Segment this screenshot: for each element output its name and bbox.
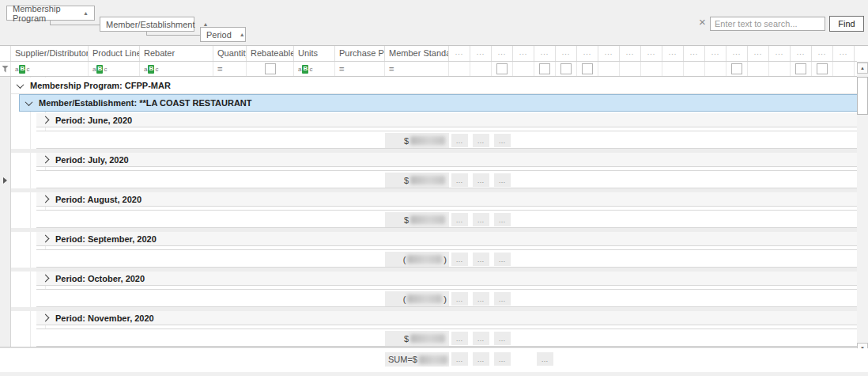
- column-header-narrow-6[interactable]: ...: [577, 46, 598, 61]
- column-header-narrow-11[interactable]: ...: [684, 46, 705, 61]
- filter-cell-narrow-13[interactable]: [726, 62, 748, 76]
- footer-mini-cell: …: [537, 352, 553, 366]
- group-button-member-establishment[interactable]: Member/Establishment ▲: [100, 17, 194, 32]
- filter-cell-narrow-1[interactable]: [470, 62, 492, 76]
- sum-suffix: ): [443, 294, 447, 304]
- sum-prefix: (: [403, 294, 406, 304]
- text-filter-icon: aBc: [15, 65, 29, 74]
- grid-bottom-border: [0, 347, 857, 348]
- filter-cell-narrow-8[interactable]: [620, 62, 641, 76]
- group-row-membership-program[interactable]: Membership Program: CFPP-MAR: [11, 78, 857, 94]
- filter-cell-5[interactable]: aBc: [294, 62, 335, 76]
- filter-cell-narrow-17[interactable]: [812, 62, 833, 76]
- filter-cell-narrow-5[interactable]: [556, 62, 577, 76]
- filter-cell-narrow-3[interactable]: [513, 62, 534, 76]
- column-header-5[interactable]: Units: [294, 46, 335, 61]
- search-input[interactable]: [710, 17, 825, 31]
- chevron-right-icon[interactable]: [42, 314, 50, 322]
- column-header-narrow-5[interactable]: ...: [556, 46, 577, 61]
- filter-cell-4[interactable]: [247, 62, 294, 76]
- column-header-narrow-7[interactable]: ...: [598, 46, 620, 61]
- summary-sum-cell: $: [385, 173, 449, 188]
- summary-mini-cell: …: [451, 292, 468, 306]
- column-header-3[interactable]: Quantity: [213, 46, 247, 61]
- chevron-right-icon[interactable]: [42, 275, 50, 283]
- scroll-up-button[interactable]: ▲: [857, 63, 868, 74]
- summary-mini-cell: …: [494, 173, 511, 187]
- sort-asc-icon: ▲: [203, 21, 209, 27]
- filter-cell-3[interactable]: =: [213, 62, 247, 76]
- sum-prefix: $: [404, 215, 409, 225]
- filter-cell-1[interactable]: aBc: [89, 62, 140, 76]
- filter-cell-narrow-11[interactable]: [684, 62, 705, 76]
- group-button-period[interactable]: Period ▲: [200, 27, 246, 42]
- filter-cell-narrow-15[interactable]: [769, 62, 791, 76]
- vertical-scrollbar[interactable]: ▲ ▼: [857, 63, 868, 354]
- filter-cell-narrow-12[interactable]: [705, 62, 726, 76]
- column-header-1[interactable]: Product Line: [89, 46, 140, 61]
- column-header-narrow-14[interactable]: ...: [748, 46, 769, 61]
- filter-cell-7[interactable]: =: [385, 62, 449, 76]
- column-header-narrow-15[interactable]: ...: [769, 46, 791, 61]
- group-button-membership-program[interactable]: Membership Program ▲: [6, 6, 95, 21]
- filter-cell-6[interactable]: =: [335, 62, 385, 76]
- chevron-right-icon[interactable]: [42, 116, 50, 124]
- column-header-narrow-8[interactable]: ...: [620, 46, 641, 61]
- chevron-right-icon[interactable]: [42, 196, 50, 203]
- group-connector-line: [146, 32, 200, 36]
- column-header-0[interactable]: Supplier/Distributor: [11, 46, 89, 61]
- filter-cell-2[interactable]: aBc: [140, 62, 213, 76]
- search-clear-icon[interactable]: ×: [699, 17, 706, 28]
- filter-cell-narrow-16[interactable]: [791, 62, 812, 76]
- filter-cell-narrow-7[interactable]: [598, 62, 620, 76]
- column-header-7[interactable]: Member Standard...: [385, 46, 449, 61]
- sum-prefix: $: [404, 176, 409, 185]
- footer-sum-label: SUM=$: [388, 355, 417, 364]
- group-row-period[interactable]: Period: June, 2020: [36, 113, 857, 127]
- column-header-narrow-4[interactable]: ...: [534, 46, 556, 61]
- column-header-narrow-17[interactable]: ...: [812, 46, 833, 61]
- filter-cell-narrow-9[interactable]: [641, 62, 662, 76]
- column-header-narrow-3[interactable]: ...: [513, 46, 534, 61]
- chevron-down-icon[interactable]: [17, 81, 25, 89]
- filter-cell-0[interactable]: aBc: [11, 62, 89, 76]
- summary-mini-cell: …: [451, 134, 468, 147]
- group-row-period[interactable]: Period: October, 2020: [36, 272, 857, 286]
- column-header-narrow-18[interactable]: ...: [833, 46, 855, 61]
- scrollbar-thumb[interactable]: [857, 77, 868, 115]
- chevron-down-icon[interactable]: [25, 98, 33, 106]
- group-row-period[interactable]: Period: August, 2020: [36, 192, 857, 207]
- column-header-narrow-2[interactable]: ...: [492, 46, 513, 61]
- filter-cell-narrow-10[interactable]: [662, 62, 684, 76]
- column-header-6[interactable]: Purchase Price: [335, 46, 385, 61]
- row-indicator-rail: [0, 77, 11, 347]
- chevron-right-icon[interactable]: [42, 235, 50, 243]
- checkbox-filter-icon: [817, 63, 828, 74]
- group-row-period[interactable]: Period: September, 2020: [36, 232, 857, 246]
- group-button-label: Membership Program: [13, 4, 75, 23]
- column-header-narrow-12[interactable]: ...: [705, 46, 726, 61]
- filter-cell-narrow-0[interactable]: [449, 62, 470, 76]
- group-row-period[interactable]: Period: July, 2020: [36, 153, 857, 167]
- filter-cell-narrow-14[interactable]: [748, 62, 769, 76]
- find-button[interactable]: Find: [829, 16, 864, 32]
- column-header-narrow-16[interactable]: ...: [791, 46, 812, 61]
- summary-mini-cell: …: [451, 213, 468, 226]
- column-header-narrow-9[interactable]: ...: [641, 46, 662, 61]
- filter-cell-narrow-4[interactable]: [534, 62, 556, 76]
- checkbox-filter-icon: [539, 63, 550, 74]
- column-header-2[interactable]: Rebater: [140, 46, 213, 61]
- column-header-narrow-13[interactable]: ...: [726, 46, 748, 61]
- column-header-narrow-0[interactable]: ...: [449, 46, 470, 61]
- summary-mini-cell: …: [473, 173, 489, 187]
- column-header-narrow-1[interactable]: ...: [470, 46, 492, 61]
- group-row-period[interactable]: Period: November, 2020: [36, 311, 857, 325]
- column-header-narrow-10[interactable]: ...: [662, 46, 684, 61]
- group-row-member-establishment[interactable]: Member/Establishment: **LA COAST RESTAUR…: [19, 94, 857, 112]
- filter-cell-narrow-6[interactable]: [577, 62, 598, 76]
- chevron-right-icon[interactable]: [42, 156, 50, 164]
- filter-cell-narrow-2[interactable]: [492, 62, 513, 76]
- column-header-row: Supplier/DistributorProduct LineRebaterQ…: [0, 45, 857, 62]
- filter-cell-narrow-18[interactable]: [833, 62, 855, 76]
- column-header-4[interactable]: Rebateable: [247, 46, 294, 61]
